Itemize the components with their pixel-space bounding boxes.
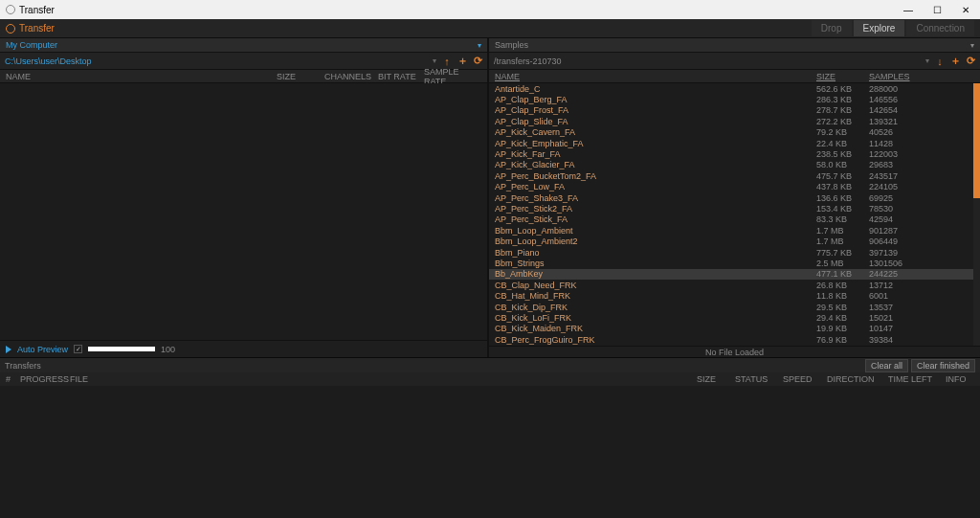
col-size[interactable]: SIZE <box>697 374 725 384</box>
minimize-button[interactable]: — <box>894 0 923 19</box>
col-file[interactable]: FILE <box>70 374 687 384</box>
file-name: AP_Perc_Shake3_FA <box>489 193 813 203</box>
file-name: AP_Kick_Cavern_FA <box>489 127 813 137</box>
col-size[interactable]: SIZE <box>813 72 865 81</box>
file-row[interactable]: CB_Kick_LoFi_FRK29.4 KB15021 <box>489 312 980 323</box>
col-num[interactable]: # <box>6 374 11 384</box>
left-path[interactable]: C:\Users\user\Desktop <box>5 56 433 66</box>
chevron-down-icon[interactable]: ▾ <box>970 41 974 50</box>
add-icon[interactable]: ＋ <box>457 56 467 66</box>
file-row[interactable]: AP_Perc_Low_FA437.8 KB224105 <box>489 182 980 192</box>
right-file-list[interactable]: Antartide_C562.6 KB288000AP_Clap_Berg_FA… <box>489 83 980 346</box>
col-name[interactable]: NAME <box>489 72 813 81</box>
file-row[interactable]: CB_Clap_Need_FRK26.8 KB13712 <box>489 280 980 290</box>
file-name: CB_Perc_FrogGuiro_FRK <box>489 335 813 345</box>
tab-connection[interactable]: Connection <box>906 20 974 36</box>
file-name: CB_Kick_Dip_FRK <box>489 303 813 312</box>
file-row[interactable]: AP_Kick_Cavern_FA79.2 KB40526 <box>489 127 980 138</box>
transfers-list[interactable] <box>0 386 980 518</box>
col-name[interactable]: NAME <box>0 72 273 81</box>
file-row[interactable]: AP_Clap_Frost_FA278.7 KB142654 <box>489 105 980 116</box>
file-row[interactable]: CB_Perc_FrogGuiro_FRK76.9 KB39384 <box>489 334 980 345</box>
file-row[interactable]: AP_Clap_Berg_FA286.3 KB146556 <box>489 94 980 104</box>
col-bitrate[interactable]: BIT RATE <box>374 72 420 81</box>
file-size: 11.8 KB <box>813 291 865 301</box>
file-row[interactable]: AP_Kick_Glacier_FA58.0 KB29683 <box>489 160 980 170</box>
file-samples: 15021 <box>865 313 980 323</box>
close-button[interactable]: ✕ <box>951 0 980 19</box>
file-row[interactable]: CB_Kick_Maiden_FRK19.9 KB10147 <box>489 324 980 334</box>
file-name: CB_Clap_Need_FRK <box>489 281 813 290</box>
tab-explore[interactable]: Explore <box>854 20 905 36</box>
col-size[interactable]: SIZE <box>273 72 321 81</box>
file-samples: 13537 <box>865 303 980 312</box>
file-samples: 397139 <box>865 248 980 258</box>
col-timeleft[interactable]: TIME LEFT <box>888 374 936 384</box>
file-name: AP_Clap_Berg_FA <box>489 95 813 104</box>
file-size: 272.2 KB <box>813 117 865 126</box>
file-row[interactable]: Bbm_Piano775.7 KB397139 <box>489 247 980 258</box>
file-row[interactable]: Bb_AmbKey477.1 KB244225 <box>489 269 980 280</box>
file-row[interactable]: Antartide_C562.6 KB288000 <box>489 83 980 94</box>
file-size: 26.8 KB <box>813 281 865 290</box>
file-name: AP_Kick_Far_FA <box>489 149 813 159</box>
file-size: 76.9 KB <box>813 335 865 345</box>
clear-all-button[interactable]: Clear all <box>865 359 908 372</box>
file-row[interactable]: AP_Perc_Stick2_FA153.4 KB78530 <box>489 203 980 214</box>
file-samples: 69925 <box>865 193 980 203</box>
left-panel-header[interactable]: My Computer ▾ <box>0 38 487 53</box>
tab-drop[interactable]: Drop <box>812 20 852 36</box>
file-size: 437.8 KB <box>813 182 865 191</box>
maximize-button[interactable]: ☐ <box>923 0 951 19</box>
col-direction[interactable]: DIRECTION <box>827 374 879 384</box>
file-row[interactable]: Bbm_Loop_Ambient21.7 MB906449 <box>489 236 980 246</box>
right-panel-header[interactable]: Samples ▾ <box>489 38 980 53</box>
file-row[interactable]: AP_Perc_BucketTom2_FA475.7 KB243517 <box>489 170 980 181</box>
file-name: AP_Kick_Glacier_FA <box>489 160 813 169</box>
file-samples: 6001 <box>865 291 980 301</box>
col-status[interactable]: STATUS <box>735 374 773 384</box>
chevron-down-icon[interactable]: ▾ <box>433 56 436 65</box>
file-name: AP_Perc_Low_FA <box>489 182 813 191</box>
refresh-icon[interactable]: ⟳ <box>473 56 482 66</box>
scrollbar-thumb[interactable] <box>973 83 980 198</box>
file-row[interactable]: AP_Perc_Shake3_FA136.6 KB69925 <box>489 192 980 203</box>
download-icon[interactable]: ↓ <box>935 56 945 66</box>
file-size: 29.5 KB <box>813 303 865 312</box>
left-column-header: NAME SIZE CHANNELS BIT RATE SAMPLE RATE <box>0 70 487 83</box>
play-icon[interactable] <box>6 346 11 353</box>
file-samples: 122003 <box>865 149 980 159</box>
file-size: 19.9 KB <box>813 324 865 333</box>
file-samples: 139321 <box>865 117 980 126</box>
file-row[interactable]: Bbm_Strings2.5 MB1301506 <box>489 258 980 268</box>
chevron-down-icon[interactable]: ▾ <box>478 41 481 50</box>
col-progress[interactable]: PROGRESS <box>20 374 60 384</box>
add-icon[interactable]: ＋ <box>950 56 960 66</box>
file-name: AP_Clap_Slide_FA <box>489 117 813 126</box>
auto-preview-checkbox[interactable]: ✓ <box>74 345 82 353</box>
col-samples[interactable]: SAMPLES <box>865 72 980 81</box>
refresh-icon[interactable]: ⟳ <box>966 56 975 66</box>
file-row[interactable]: AP_Kick_Emphatic_FA22.4 KB11428 <box>489 138 980 148</box>
file-size: 286.3 KB <box>813 95 865 104</box>
left-file-list[interactable] <box>0 83 487 340</box>
file-row[interactable]: CB_Kick_Dip_FRK29.5 KB13537 <box>489 302 980 312</box>
upload-icon[interactable]: ↑ <box>442 56 452 66</box>
brand-title: Transfer <box>19 23 55 34</box>
file-samples: 244225 <box>865 269 980 279</box>
col-speed[interactable]: SPEED <box>783 374 817 384</box>
file-row[interactable]: CB_Hat_Mind_FRK11.8 KB6001 <box>489 290 980 301</box>
col-info[interactable]: INFO <box>946 374 974 384</box>
file-row[interactable]: AP_Perc_Stick_FA83.3 KB42594 <box>489 214 980 225</box>
file-size: 278.7 KB <box>813 105 865 115</box>
right-path[interactable]: /transfers-210730 <box>494 56 925 66</box>
file-row[interactable]: Bbm_Loop_Ambient1.7 MB901287 <box>489 225 980 236</box>
file-samples: 146556 <box>865 95 980 104</box>
clear-finished-button[interactable]: Clear finished <box>911 359 975 372</box>
col-channels[interactable]: CHANNELS <box>321 72 374 81</box>
file-row[interactable]: AP_Kick_Far_FA238.5 KB122003 <box>489 148 980 159</box>
file-row[interactable]: AP_Clap_Slide_FA272.2 KB139321 <box>489 116 980 126</box>
chevron-down-icon[interactable]: ▾ <box>925 56 929 65</box>
preview-progress[interactable] <box>88 347 155 351</box>
file-samples: 243517 <box>865 171 980 181</box>
